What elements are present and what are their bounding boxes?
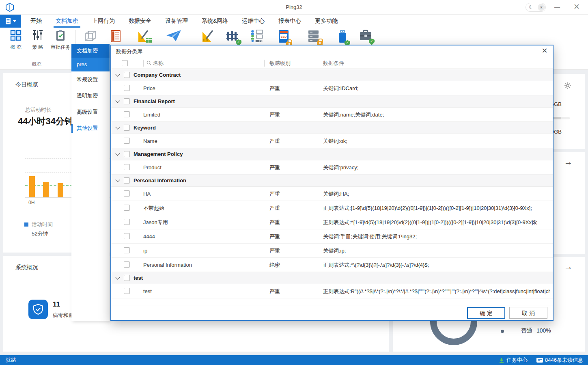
chevron-down-icon[interactable] xyxy=(115,72,120,76)
tab-start[interactable]: 开始 xyxy=(24,15,49,28)
row-checkbox[interactable] xyxy=(124,288,130,294)
group-row-company-contract[interactable]: Company Contract xyxy=(111,69,553,81)
classification-row-test[interactable]: test严重正则表达式:R"((//.*?$|/\*(?:.|\n)*?\*/|… xyxy=(111,284,553,298)
classification-row-item[interactable]: 不带起始严重正则表达式:[1-9]\d{5}(18|19|20)\d{2}((0… xyxy=(111,201,553,215)
unread-messages-button[interactable]: 8446条未读信息 xyxy=(536,356,583,364)
ribbon-button-policy[interactable]: 策 略 xyxy=(27,29,49,51)
tab-device-mgmt[interactable]: 设备管理 xyxy=(158,15,195,28)
classification-row-product[interactable]: Product严重关键词:privacy; xyxy=(111,160,553,175)
data-classification-dialog: 数据分类库 ✕ 名称 敏感级别 数据条件 Company ContractPri… xyxy=(110,45,554,321)
chevron-down-icon[interactable] xyxy=(115,125,120,129)
row-condition: 正则表达式:[1-9]\d{5}(18|19|20)\d{2}((0[1-9])… xyxy=(323,201,550,215)
policy-doc-icon[interactable] xyxy=(110,29,122,45)
classification-row-4444[interactable]: 4444严重关键词:手册;关键词:使用;关键词:Ping32; xyxy=(111,229,553,244)
tab-data-security[interactable]: 数据安全 xyxy=(122,15,158,28)
row-checkbox[interactable] xyxy=(124,233,130,239)
row-checkbox[interactable] xyxy=(124,85,130,91)
arrow-right-icon[interactable]: → xyxy=(564,262,573,272)
ribbon-button-approval[interactable]: 审批任务 xyxy=(49,29,72,51)
tab-more-features[interactable]: 更多功能 xyxy=(308,15,345,28)
group-name: test xyxy=(134,275,143,281)
tab-report-center[interactable]: 报表中心 xyxy=(271,15,308,28)
tab-doc-encrypt[interactable]: 文档加密 xyxy=(49,15,85,28)
classification-row-jason[interactable]: Jason专用严重正则表达式:^[1-9]\d{5}(18|19|20)\d{2… xyxy=(111,215,553,229)
cancel-button[interactable]: 取 消 xyxy=(509,307,547,319)
tab-system-network[interactable]: 系统&网络 xyxy=(195,15,235,28)
app-menu-button[interactable] xyxy=(0,15,21,28)
submenu-item-doc-encrypt[interactable]: 文档加密 xyxy=(71,44,110,58)
submenu-item-transparent-encrypt[interactable]: 透明加密 xyxy=(71,88,110,104)
ssd-lock-icon[interactable]: SSD xyxy=(278,29,290,45)
group-checkbox[interactable] xyxy=(124,125,130,131)
edit-table-icon[interactable] xyxy=(137,29,153,45)
group-checkbox[interactable] xyxy=(124,275,130,281)
group-name: Personal Information xyxy=(134,177,186,184)
classification-row-price[interactable]: Price严重关键词:IDCard; xyxy=(111,81,553,95)
chevron-down-icon[interactable] xyxy=(115,177,120,182)
ribbon-button-label: 审批任务 xyxy=(49,44,72,51)
moon-icon[interactable]: ☾ xyxy=(529,3,534,11)
chevron-down-icon[interactable] xyxy=(115,275,120,279)
group-row-test[interactable]: test xyxy=(111,272,553,284)
select-all-checkbox[interactable] xyxy=(122,60,128,66)
submenu-item-advanced-settings[interactable]: 高级设置 xyxy=(71,104,110,120)
briefcase-shield-icon[interactable] xyxy=(359,29,373,44)
server-lock-icon[interactable] xyxy=(307,29,321,45)
row-checkbox[interactable] xyxy=(124,219,130,225)
tab-ops-center[interactable]: 运维中心 xyxy=(235,15,271,28)
submenu-item-pres[interactable]: pres xyxy=(71,58,110,71)
task-center-button[interactable]: 任务中心 xyxy=(499,356,528,364)
classification-row-name[interactable]: Name严重关键词:ok; xyxy=(111,134,553,148)
fence-shield-icon[interactable] xyxy=(226,29,239,45)
org-structure-icon[interactable] xyxy=(250,29,264,45)
classification-row-ha[interactable]: HA严重关键词:HA; xyxy=(111,187,553,201)
close-window-button[interactable]: ✕ xyxy=(571,0,582,15)
row-checkbox[interactable] xyxy=(124,164,130,170)
ok-button[interactable]: 确 定 xyxy=(467,307,505,319)
row-checkbox[interactable] xyxy=(124,261,130,268)
submenu-item-other-settings[interactable]: 其他设置 xyxy=(71,120,110,136)
classification-row-personal-information[interactable]: Personal Information绝密正则表达式:^\(?\d{3}\)?… xyxy=(111,258,553,272)
tab-list: 开始文档加密上网行为数据安全设备管理系统&网络运维中心报表中心更多功能 xyxy=(24,15,345,28)
dialog-title: 数据分类库 xyxy=(116,45,142,57)
cube-icon[interactable] xyxy=(83,29,98,45)
measure-edit-icon[interactable] xyxy=(201,29,217,45)
status-ready: 就绪 xyxy=(6,355,16,365)
row-name: Product xyxy=(143,160,162,175)
security-shield-tile[interactable] xyxy=(28,300,48,319)
minimize-button[interactable]: — xyxy=(551,0,563,15)
search-name-input[interactable]: 名称 xyxy=(153,57,164,69)
dialog-close-button[interactable]: ✕ xyxy=(539,45,550,57)
submenu-item-general-settings[interactable]: 常规设置 xyxy=(71,71,110,88)
group-checkbox[interactable] xyxy=(124,72,130,78)
row-checkbox[interactable] xyxy=(124,247,130,253)
row-checkbox[interactable] xyxy=(124,111,130,117)
column-header-level[interactable]: 敏感级别 xyxy=(269,57,291,69)
gear-icon[interactable] xyxy=(564,82,571,91)
theme-toggle[interactable]: ☾ ☀ xyxy=(526,3,546,12)
group-row-management-policy[interactable]: Management Policy xyxy=(111,148,553,160)
group-row-keyword[interactable]: Keyword xyxy=(111,122,553,134)
send-plane-icon[interactable] xyxy=(166,29,182,44)
row-checkbox[interactable] xyxy=(124,205,130,211)
classification-row-ip[interactable]: ip严重关键词:ip; xyxy=(111,244,553,258)
classification-row-limited[interactable]: Limited严重关键词:name;关键词:date; xyxy=(111,108,553,122)
column-header-condition[interactable]: 数据条件 xyxy=(323,57,344,69)
row-checkbox[interactable] xyxy=(124,190,130,197)
group-row-financial-report[interactable]: Financial Report xyxy=(111,95,553,108)
sun-icon[interactable]: ☀ xyxy=(538,4,545,11)
ribbon-button-overview[interactable]: 概 览 xyxy=(5,29,27,51)
group-row-personal-information[interactable]: Personal Information xyxy=(111,175,553,187)
row-checkbox[interactable] xyxy=(124,138,130,144)
group-checkbox[interactable] xyxy=(124,151,130,157)
group-checkbox[interactable] xyxy=(124,177,130,184)
tab-web-behavior[interactable]: 上网行为 xyxy=(85,15,122,28)
arrow-right-icon[interactable]: → xyxy=(564,157,573,167)
usb-shield-icon[interactable] xyxy=(337,29,348,45)
chevron-down-icon[interactable] xyxy=(115,98,120,103)
group-checkbox[interactable] xyxy=(124,98,130,104)
legend-swatch xyxy=(24,222,28,227)
storage-progress-bar xyxy=(551,117,570,119)
chevron-down-icon[interactable] xyxy=(115,151,120,156)
classification-table-body: Company ContractPrice严重关键词:IDCard;Financ… xyxy=(111,69,553,298)
